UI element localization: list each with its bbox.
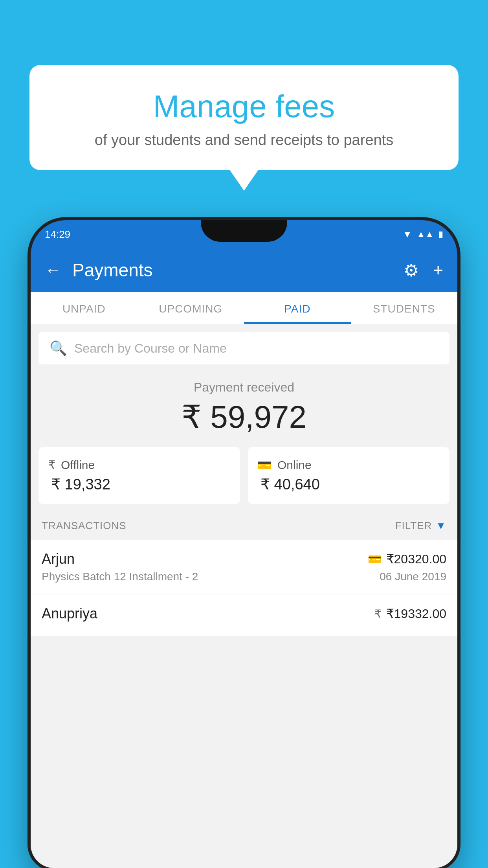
phone-frame: 14:29 ▼ ▲▲ ▮ ← Payments ⚙ + UNPAID UPCOM… (31, 220, 457, 868)
offline-amount: ₹ 19,332 (48, 476, 231, 493)
transaction-icon-2: ₹ (374, 607, 382, 620)
transaction-row-1[interactable]: Arjun 💳 ₹20320.00 Physics Batch 12 Insta… (31, 540, 457, 594)
wifi-icon: ▼ (403, 229, 412, 240)
tabs-bar: UNPAID UPCOMING PAID STUDENTS (31, 292, 457, 324)
online-card-header: 💳 Online (257, 458, 440, 472)
transaction-desc-1: Physics Batch 12 Installment - 2 (42, 570, 198, 583)
content-area: 🔍 Search by Course or Name Payment recei… (31, 324, 457, 868)
tab-paid[interactable]: PAID (244, 292, 351, 324)
battery-icon: ▮ (438, 229, 443, 239)
add-icon[interactable]: + (433, 260, 443, 280)
status-time: 14:29 (45, 228, 70, 241)
settings-icon[interactable]: ⚙ (404, 260, 419, 280)
app-bar-actions: ⚙ + (404, 260, 443, 280)
bubble-title: Manage fees (49, 88, 439, 125)
bubble-subtitle: of your students and send receipts to pa… (49, 132, 439, 149)
transactions-header: TRANSACTIONS FILTER ▼ (31, 512, 457, 540)
online-label: Online (277, 458, 312, 472)
payment-amount: ₹ 59,972 (31, 399, 457, 435)
tab-students[interactable]: STUDENTS (351, 292, 458, 324)
search-icon: 🔍 (50, 340, 67, 357)
transaction-row-1-bottom: Physics Batch 12 Installment - 2 06 June… (42, 570, 446, 583)
payment-summary: Payment received ₹ 59,972 (31, 364, 457, 447)
search-input[interactable]: Search by Course or Name (74, 341, 227, 356)
offline-label: Offline (61, 458, 95, 472)
speech-bubble: Manage fees of your students and send re… (29, 65, 459, 170)
transaction-icon-1: 💳 (368, 553, 382, 566)
online-card: 💳 Online ₹ 40,640 (248, 447, 449, 504)
tab-unpaid[interactable]: UNPAID (31, 292, 138, 324)
payment-label: Payment received (31, 380, 457, 395)
status-bar: 14:29 ▼ ▲▲ ▮ (31, 220, 457, 248)
transaction-amount-2: ₹ ₹19332.00 (374, 606, 446, 621)
online-amount: ₹ 40,640 (257, 476, 440, 493)
transaction-amount-val-1: ₹20320.00 (386, 552, 446, 566)
app-bar: ← Payments ⚙ + (31, 248, 457, 292)
transactions-label: TRANSACTIONS (42, 520, 127, 532)
transaction-amount-1: 💳 ₹20320.00 (368, 552, 446, 566)
filter-label: FILTER (395, 520, 432, 532)
online-icon: 💳 (257, 458, 272, 472)
filter-button[interactable]: FILTER ▼ (395, 520, 446, 532)
tab-upcoming[interactable]: UPCOMING (138, 292, 244, 324)
transaction-row-2[interactable]: Anupriya ₹ ₹19332.00 (31, 594, 457, 636)
offline-icon: ₹ (48, 458, 55, 472)
status-icons: ▼ ▲▲ ▮ (403, 229, 443, 240)
payment-cards: ₹ Offline ₹ 19,332 💳 Online ₹ 40,640 (39, 447, 449, 504)
transaction-row-1-top: Arjun 💳 ₹20320.00 (42, 551, 446, 567)
search-bar[interactable]: 🔍 Search by Course or Name (39, 332, 449, 364)
transaction-name-1: Arjun (42, 551, 75, 567)
transaction-name-2: Anupriya (42, 605, 97, 622)
transaction-row-2-top: Anupriya ₹ ₹19332.00 (42, 605, 446, 622)
back-button[interactable]: ← (45, 261, 61, 280)
transaction-amount-val-2: ₹19332.00 (386, 606, 446, 621)
offline-card: ₹ Offline ₹ 19,332 (39, 447, 240, 504)
phone-screen: UNPAID UPCOMING PAID STUDENTS 🔍 Search b… (31, 292, 457, 868)
filter-icon: ▼ (436, 520, 446, 532)
signal-icon: ▲▲ (416, 229, 434, 239)
app-bar-title: Payments (72, 259, 393, 281)
transaction-date-1: 06 June 2019 (380, 570, 446, 583)
offline-card-header: ₹ Offline (48, 458, 231, 472)
